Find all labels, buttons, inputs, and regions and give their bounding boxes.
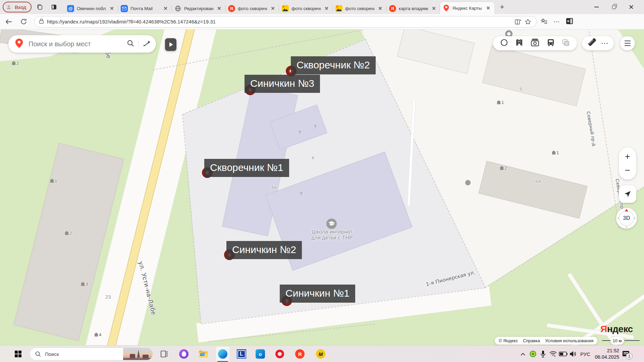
clock[interactable]: 21:52 06.04.2025 [592,348,619,360]
back-button[interactable] [3,16,15,28]
panoramas-icon[interactable] [500,39,508,48]
metro-app-icon[interactable]: M [316,349,326,359]
tab-ovechkin[interactable]: @ Овечкин побла [64,3,118,14]
opera-icon[interactable] [275,349,285,359]
yandex-browser-icon[interactable]: Я [295,349,305,359]
notification-center-button[interactable]: 1 [619,346,633,362]
map-canvas[interactable]: ул. Усти-на-Лабе бе 1-я Пионерская ул. С… [0,29,644,345]
building-number-5: 5 [520,86,522,92]
close-icon[interactable] [216,5,223,12]
tab-stack-icon[interactable] [34,2,46,12]
house-icon [497,102,500,104]
task-view-button[interactable] [159,349,169,359]
lock-icon [39,18,44,25]
new-tab-button[interactable]: + [496,1,508,13]
collections-icon[interactable] [541,18,547,25]
volume-tray-icon[interactable] [568,346,578,362]
minimize-button[interactable] [588,0,605,14]
entrance-marker: 1 [50,178,57,183]
edge-browser-icon[interactable] [218,349,228,359]
terms-link[interactable]: Условия использования [545,338,593,343]
compass-3d-button[interactable]: 3D [616,208,637,229]
close-window-button[interactable] [623,0,640,14]
windows-taskbar: Поиск L o Я M [0,345,644,362]
close-icon[interactable] [270,5,276,12]
panel-expand-button[interactable] [165,38,176,51]
scale-line-right [625,340,640,341]
close-icon[interactable] [377,5,384,12]
tray-chevron-icon[interactable] [518,346,528,362]
tab-yandex-maps-active[interactable]: Яндекс Карты [440,2,494,14]
search-icon[interactable] [127,40,134,48]
placemark-label-skvorechnik-1[interactable]: Скворечник №1 [204,159,289,177]
layers-copy-icon[interactable] [562,39,570,48]
app-l-icon[interactable]: L [236,349,247,359]
keyboard-language[interactable]: РУС [580,351,590,357]
file-explorer-icon[interactable] [198,349,208,359]
locate-me-button[interactable] [619,185,636,203]
more-tools-icon[interactable]: ⋯ [601,39,609,48]
zoom-control: + − [619,147,636,180]
ruler-icon[interactable] [587,38,596,48]
map-search-input[interactable]: Поиск и выбор мест [29,40,127,48]
routes-icon[interactable] [143,39,151,49]
taskbar-search[interactable]: Поиск [30,348,153,360]
street-view-icon[interactable] [515,39,523,48]
house-icon [50,180,54,183]
map-pin-favicon [443,5,450,12]
copyright-label: © Яндекс [499,338,518,343]
photo-icon[interactable] [531,39,539,48]
placemark-label-sinichkin-2[interactable]: Синичкин №2 [226,241,302,259]
refresh-button[interactable] [17,16,30,28]
tab-editing[interactable]: Редактировани [172,3,225,14]
close-icon[interactable] [431,5,437,12]
notification-badge: 1 [626,353,633,360]
wifi-tray-icon[interactable] [548,346,558,362]
placemark-label-sinichkin-1[interactable]: Синичкин №1 [280,285,355,303]
placemark-label-sinichkin-3[interactable]: Синичкин №3 [245,75,320,93]
alice-app-icon[interactable] [179,349,189,359]
image-favicon [282,5,289,12]
workspace-icon[interactable] [48,2,60,12]
building-number-64: 64 [535,178,541,184]
close-icon[interactable] [109,5,115,12]
tray-date: 06.04.2025 [592,354,619,360]
map-search-bar[interactable]: Поиск и выбор мест [8,35,156,53]
tab-photo-1[interactable]: Я фото скворечн [225,3,279,14]
tab-photo-3[interactable]: фото скворечн [333,3,386,14]
north-arrow-icon [625,209,628,212]
address-bar[interactable]: https://yandex.ru/maps/192/vladimir/?ll=… [34,16,537,27]
zoom-in-button[interactable]: + [619,152,636,161]
tab-photo-2[interactable]: фото скворечн [279,3,333,14]
school-poi-name[interactable]: Школа-интернат для детей с ТНР [295,229,369,241]
close-icon[interactable] [162,5,169,12]
outlook-icon[interactable]: o [255,349,265,359]
globe-favicon [174,5,181,12]
microphone-tray-icon[interactable] [538,346,548,362]
transport-icon[interactable] [547,39,555,48]
close-icon[interactable] [485,5,492,11]
split-screen-icon[interactable] [513,17,523,26]
battery-tray-icon[interactable] [558,346,568,362]
taskbar-search-placeholder: Поиск [45,351,123,357]
school-poi-icon[interactable] [326,219,337,229]
help-link[interactable]: Справка [523,338,540,343]
menu-button[interactable] [620,36,635,50]
close-icon[interactable] [323,5,330,12]
plant-icon [313,123,317,129]
tab-karta[interactable]: Я карта владими [386,3,440,14]
placemark-label-skvorechnik-2[interactable]: Скворечник №2 [291,56,376,74]
zoom-out-button[interactable]: − [619,166,636,175]
url-text[interactable]: https://yandex.ru/maps/192/vladimir/?ll=… [47,19,513,24]
antivirus-tray-icon[interactable] [528,346,538,362]
more-menu-icon[interactable]: ⋯ [553,18,560,25]
tabs: @ Овечкин побла Почта Mail Редактировани [64,0,494,14]
restore-button[interactable] [605,0,623,14]
search-highlight-image[interactable] [123,348,153,360]
sidebar-toggle-icon[interactable] [566,18,573,25]
search-icon [35,351,41,357]
profile-button[interactable]: Вход [3,2,32,12]
favorite-star-icon[interactable] [523,17,533,26]
start-button[interactable] [15,351,22,358]
tab-mail[interactable]: Почта Mail [118,3,172,14]
